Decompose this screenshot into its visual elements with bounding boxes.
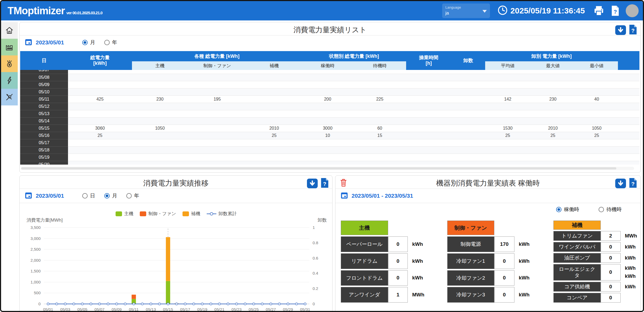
device-value[interactable]: 0 [494,270,514,286]
device-unit: kWh [514,236,534,252]
device-value[interactable]: 0 [601,264,621,281]
table-row[interactable]: 05/09 [20,81,639,88]
trend-date-picker[interactable]: 2023/05/01 [36,193,64,199]
sidebar-item-tools[interactable] [1,89,18,105]
table-row[interactable]: 05/1142523019520022514223040 [20,95,639,103]
user-avatar[interactable] [626,4,639,17]
table-horizontal-scrollbar[interactable] [21,167,634,170]
col-hours: 操業時間[h] [406,51,451,70]
device-row: トリムファン2MWh [553,231,641,241]
table-vertical-scrollbar[interactable] [641,51,641,165]
table-row[interactable]: 05/20 [20,161,639,165]
device-value[interactable]: 170 [494,236,514,252]
table-row[interactable]: 05/1625251015252525 [20,132,639,139]
svg-text:2,000: 2,000 [30,258,41,263]
radio-option-月[interactable]: 月 [82,39,95,46]
subcol-最大値: 最大値 [530,61,575,70]
device-row: アンワインダ1MWh [341,287,428,303]
device-row: ワインダパルパ0kWh [553,242,641,252]
table-row[interactable]: 05/07 [20,70,639,74]
device-value[interactable]: 0 [388,236,408,252]
day-cell: 05/11 [20,95,68,103]
device-unit: kWhkWh [621,264,641,281]
device-name: 制御電源 [447,236,494,252]
list-date-picker[interactable]: 2023/05/01 [36,39,64,46]
table-row[interactable]: 05/18 [20,146,639,154]
y-axis-right-label: 卸数 [318,217,327,223]
table-row[interactable]: 05/19 [20,154,639,161]
device-name: トリムファン [553,231,601,241]
calendar-icon[interactable] [340,191,348,200]
svg-text:05/13: 05/13 [146,307,156,311]
help-document-button[interactable]: ? [611,5,620,16]
device-unit [621,293,641,303]
main-content: 消費電力量実績リスト ? 2023/05/01 月年 [18,20,643,311]
radio-dot [599,207,604,212]
subcol-最小値: 最小値 [575,61,618,70]
trend-help-button[interactable]: ? [320,178,329,189]
day-cell: 05/20 [20,161,68,165]
device-value[interactable]: 1 [388,287,408,303]
consumption-table: 日総電力量[kWh]各種 総電力量 [kWh]状態別 総電力量 [kWh]操業時… [20,51,640,170]
language-select[interactable]: Language ja [442,3,490,18]
radio-option-待機時[interactable]: 待機時 [599,206,622,213]
table-row[interactable]: 05/12 [20,103,639,110]
device-unit: kWh [408,270,428,286]
calendar-icon[interactable] [24,191,33,200]
device-date-range-picker[interactable]: 2023/05/01 - 2023/05/31 [352,193,413,199]
device-name: 油圧ポンプ [553,253,601,263]
sidebar-item-award[interactable] [1,55,18,72]
chevron-down-icon [482,10,487,13]
calendar-icon[interactable] [24,38,33,47]
table-row[interactable]: 05/14 [20,117,639,125]
radio-option-年[interactable]: 年 [126,192,139,199]
device-value[interactable]: 0 [601,242,621,252]
svg-text:05/17: 05/17 [180,307,190,311]
table-row[interactable]: 05/13 [20,110,639,117]
device-value[interactable]: 0 [494,287,514,303]
device-row: ロールエジェクタ0kWhkWh [553,264,641,281]
device-value[interactable]: 0 [388,270,408,286]
table-row[interactable]: 05/15306010502010300060153020101050 [20,125,639,132]
radio-option-年[interactable]: 年 [104,39,117,46]
sidebar-item-factory[interactable] [1,39,18,55]
device-value[interactable]: 0 [601,253,621,263]
tools-icon [5,93,14,102]
current-datetime: 2025/05/19 11:36:45 [510,6,585,15]
device-group-header: 主機 [341,221,388,235]
sidebar-item-home[interactable] [1,22,18,39]
sidebar-item-energy[interactable] [1,72,18,89]
col-total: 総電力量[kWh] [68,51,132,70]
radio-option-月[interactable]: 月 [104,192,117,199]
list-download-button[interactable] [615,25,626,35]
svg-text:?: ? [614,9,617,15]
table-row[interactable]: 05/17 [20,139,639,146]
sidebar-nav [1,20,18,311]
svg-text:?: ? [323,181,326,187]
radio-option-日[interactable]: 日 [82,192,95,199]
device-download-button[interactable] [615,179,626,188]
device-row: リアドラム0kWh [341,253,428,269]
device-group-header: 補機 [553,221,601,230]
device-value[interactable]: 0 [601,293,621,303]
app-version: ver 00.01.2025.03.21.0 [66,10,102,15]
device-help-button[interactable]: ? [629,178,637,189]
device-value[interactable]: 0 [388,253,408,269]
list-help-button[interactable]: ? [629,24,637,36]
device-value[interactable]: 2 [601,231,621,241]
table-row[interactable]: 05/08 [20,74,639,81]
device-name: 冷却ファン1 [447,253,494,269]
col-lots: 卸数 [451,51,485,70]
print-button[interactable] [593,5,605,16]
app-name: TMoptimizer [8,5,65,17]
radio-option-稼働時[interactable]: 稼働時 [556,206,579,213]
table-row[interactable]: 05/10 [20,88,639,95]
table-scroll-viewport[interactable]: 05/0705/0805/0905/1005/11425230195200225… [20,70,640,165]
trend-download-button[interactable] [307,179,318,188]
device-unit: kWh [514,287,534,303]
svg-text:05/15: 05/15 [163,307,173,311]
device-value[interactable]: 0 [601,282,621,292]
y-axis-left-label: 消費電力量[MWh] [27,217,63,223]
device-value[interactable]: 0 [494,253,514,269]
device-table-主機: 主機ペーパーロール0kWhリアドラム0kWhフロントドラム0kWhアンワインダ1… [341,219,428,304]
